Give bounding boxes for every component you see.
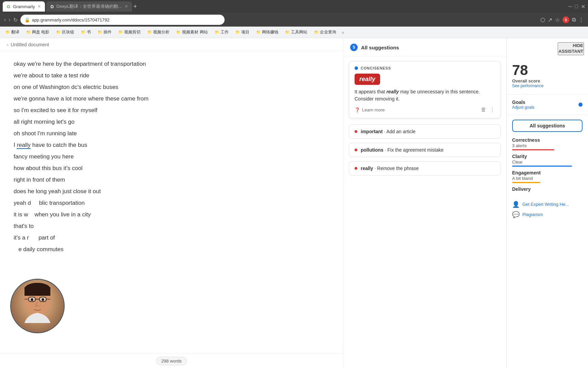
nav-arrow-icon: › xyxy=(7,42,9,48)
doc-area: › Untitled document okay we're here by t… xyxy=(0,38,343,368)
doc-title[interactable]: Untitled document xyxy=(11,42,49,47)
bm-earn[interactable]: 网络赚钱 xyxy=(254,29,281,36)
close-button[interactable]: ✕ xyxy=(581,3,585,10)
minimize-button[interactable]: ─ xyxy=(568,3,572,10)
line-14: it is w when you live in a city xyxy=(14,209,245,220)
really-text: really · Remove the phrase xyxy=(361,166,419,171)
delete-suggestion-button[interactable]: 🗑 xyxy=(481,107,486,113)
goals-info: Goals Adjust goals xyxy=(512,99,534,110)
line-13: yeah d blic transportation xyxy=(14,197,245,209)
suggestions-header-title: All suggestions xyxy=(361,45,399,50)
see-performance-link[interactable]: See performance xyxy=(512,83,583,88)
bm-video-edit[interactable]: 视频剪切 xyxy=(116,29,143,36)
app-layout: › Untitled document okay we're here by t… xyxy=(0,38,588,368)
plagiarism-link[interactable]: 💬 Plagiarism xyxy=(512,211,583,218)
metric-correctness: Correctness 3 alerts xyxy=(512,137,583,150)
bookmarks-bar: 翻译 网盘 电影 区块链 书 插件 视频剪切 视频分析 视频素材 网站 工作 项… xyxy=(0,27,588,38)
correctness-label: Correctness xyxy=(512,137,583,143)
url-text: app.grammarly.com/ddocs/1570471792 xyxy=(32,17,220,22)
translate-icon[interactable]: ⬡ xyxy=(540,17,545,23)
correctness-value: 3 alerts xyxy=(512,143,583,148)
editor-container[interactable]: okay we're here by the department of tra… xyxy=(0,51,343,354)
url-input[interactable]: 🔒 app.grammarly.com/ddocs/1570471792 xyxy=(20,15,225,25)
metrics-section: Correctness 3 alerts Clarity Clear Engag… xyxy=(507,135,588,198)
profile-badge[interactable]: 5 xyxy=(562,16,569,23)
really-action-text: Remove the phrase xyxy=(377,166,419,171)
bm-book[interactable]: 书 xyxy=(78,29,94,36)
suggestion-description: It appears that really may be unnecessar… xyxy=(355,88,495,103)
delivery-label: Delivery xyxy=(512,186,583,192)
bm-translate[interactable]: 翻译 xyxy=(3,29,22,36)
engagement-bar xyxy=(512,182,540,183)
doc-header: › Untitled document xyxy=(0,38,343,51)
svg-point-6 xyxy=(42,298,44,301)
word-count-button[interactable]: 298 words xyxy=(156,357,187,365)
really-word[interactable]: really xyxy=(17,142,31,149)
suggestion-item-really[interactable]: really · Remove the phrase xyxy=(349,161,501,175)
bm-plugin[interactable]: 插件 xyxy=(95,29,114,36)
clarity-value: Clear xyxy=(512,159,583,165)
tab-grammarly-close[interactable]: ✕ xyxy=(37,4,41,9)
clarity-label: Clarity xyxy=(512,154,583,159)
more-options-button[interactable]: ⋮ xyxy=(490,107,495,113)
adjust-goals-link[interactable]: Adjust goals xyxy=(512,105,534,110)
suggestion-item-pollutions[interactable]: pollutions · Fix the agreement mistake xyxy=(349,143,501,157)
overall-score-label: Overall score xyxy=(512,78,583,83)
expert-icon: 👤 xyxy=(512,201,520,208)
metric-engagement: Engagement A bit bland xyxy=(512,170,583,183)
conciseness-label: CONCISENESS xyxy=(361,66,391,70)
back-button[interactable]: ‹ xyxy=(4,17,6,23)
suggestion-item-important[interactable]: important · Add an article xyxy=(349,124,501,139)
bm-movie[interactable]: 网盘 电影 xyxy=(23,29,52,36)
main-suggestion-card: CONCISENESS really It appears that reall… xyxy=(349,61,501,118)
goals-title: Goals xyxy=(512,99,534,105)
extensions-icon[interactable]: ⧉ xyxy=(572,17,576,23)
tab-grammarly[interactable]: G Grammarly ✕ xyxy=(3,1,45,12)
pollutions-word: pollutions xyxy=(361,147,383,153)
bm-video-analysis[interactable]: 视频分析 xyxy=(145,29,172,36)
bookmark-icon[interactable]: ☆ xyxy=(555,17,560,23)
share-icon[interactable]: ↗ xyxy=(548,17,552,23)
svg-rect-2 xyxy=(24,287,50,296)
refresh-button[interactable]: ↻ xyxy=(13,17,18,23)
forward-button[interactable]: › xyxy=(9,17,10,23)
important-word: important xyxy=(361,129,383,134)
line-3: on one of Washington dc's electric buses xyxy=(14,81,245,93)
clarity-bar xyxy=(512,166,572,167)
webcam-overlay xyxy=(10,279,65,333)
suggestions-count-badge: 5 xyxy=(350,44,358,51)
bm-tools[interactable]: 工具网站 xyxy=(282,29,310,36)
tab-deepl[interactable]: D DeepL翻译：全世界最准确的翻... ✕ xyxy=(46,1,132,12)
learn-more-button[interactable]: ❓ Learn more xyxy=(355,107,385,112)
word-count-bar: 298 words xyxy=(0,354,343,368)
overall-score: 78 xyxy=(512,62,583,78)
tab-deepl-close[interactable]: ✕ xyxy=(125,4,128,9)
really-dot xyxy=(355,167,357,170)
bm-work[interactable]: 工作 xyxy=(212,29,231,36)
goals-dot xyxy=(578,103,583,107)
pollutions-action: · xyxy=(385,147,388,153)
pollutions-text: pollutions · Fix the agreement mistake xyxy=(361,147,444,153)
bm-project[interactable]: 项目 xyxy=(233,29,252,36)
line-7: oh shoot I'm running late xyxy=(14,128,245,139)
suggestions-panel: 5 All suggestions CONCISENESS really It … xyxy=(343,38,506,368)
line-2: we're about to take a test ride xyxy=(14,70,245,81)
divider-1 xyxy=(507,94,588,95)
right-extra: 👤 Get Expert Writing He... 💬 Plagiarism xyxy=(507,198,588,224)
maximize-button[interactable]: □ xyxy=(575,3,578,10)
menu-icon[interactable]: ⋮ xyxy=(578,17,584,23)
hide-assistant-button[interactable]: HIDEASSISTANT xyxy=(558,42,584,55)
bm-company[interactable]: 企业查询 xyxy=(311,29,339,36)
browser-chrome: G Grammarly ✕ D DeepL翻译：全世界最准确的翻... ✕ + … xyxy=(0,0,588,38)
more-bookmarks[interactable]: » xyxy=(342,30,344,35)
learn-more-label: Learn more xyxy=(362,107,385,112)
all-suggestions-button[interactable]: All suggestions xyxy=(512,120,583,132)
bm-video-material[interactable]: 视频素材 网站 xyxy=(174,29,210,36)
question-icon: ❓ xyxy=(355,107,360,112)
bm-blockchain[interactable]: 区块链 xyxy=(53,29,77,36)
new-tab-button[interactable]: + xyxy=(133,3,137,10)
metric-delivery: Delivery xyxy=(512,186,583,192)
expert-writing-link[interactable]: 👤 Get Expert Writing He... xyxy=(512,201,583,208)
suggestions-header: 5 All suggestions xyxy=(343,38,506,57)
correctness-bar xyxy=(512,149,554,150)
